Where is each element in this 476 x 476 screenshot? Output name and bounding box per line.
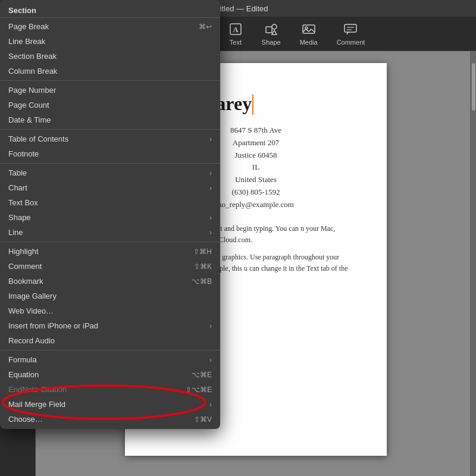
media-icon <box>302 22 316 36</box>
menu-item-section-break[interactable]: Section Break <box>0 49 220 64</box>
toolbar-media[interactable]: Media <box>290 18 327 49</box>
svg-rect-16 <box>345 24 356 32</box>
menu-item-formula[interactable]: Formula › <box>0 352 220 367</box>
menu-separator-5 <box>0 350 220 350</box>
menu-item-endnote: EndNote Citation ⇧⌥⌘E <box>0 382 220 397</box>
menu-item-bookmark[interactable]: Bookmark ⌥⌘B <box>0 274 220 289</box>
svg-point-12 <box>272 24 277 29</box>
menu-shortcut: ⇧⌘V <box>194 415 212 424</box>
menu-item-label: Record Audio <box>8 336 55 345</box>
menu-item-label: Page Break <box>8 22 49 31</box>
svg-text:A: A <box>233 25 239 34</box>
toolbar-shape-label: Shape <box>262 39 281 46</box>
menu-item-label: Line <box>8 228 23 237</box>
menu-item-column-break[interactable]: Column Break <box>0 64 220 79</box>
menu-item-label: Comment <box>8 262 42 271</box>
toolbar-media-label: Media <box>300 39 318 46</box>
text-cursor <box>252 95 253 115</box>
menu-shortcut: ⇧⌘H <box>193 248 212 256</box>
menu-item-mail-merge[interactable]: Mail Merge Field › <box>0 397 220 412</box>
toolbar-shape[interactable]: Shape <box>252 18 290 49</box>
menu-separator-3 <box>0 163 220 164</box>
menu-item-label: Page Count <box>8 101 49 109</box>
menu-item-label: Image Gallery <box>8 292 57 300</box>
menu-item-equation[interactable]: Equation ⌥⌘E <box>0 367 220 382</box>
menu-item-label: Table of Contents <box>8 134 68 143</box>
menu-item-label: Text Box <box>8 198 38 207</box>
menu-shortcut: ⌥⌘B <box>192 277 212 286</box>
menu-item-label: Mail Merge Field <box>8 400 65 409</box>
menu-item-chart[interactable]: Chart › <box>0 180 220 195</box>
menu-item-label: Choose… <box>8 415 43 424</box>
menu-item-label: Column Break <box>8 67 57 76</box>
menu-separator-2 <box>0 129 220 130</box>
menu-item-footnote[interactable]: Footnote <box>0 146 220 161</box>
menu-item-label: Insert from iPhone or iPad <box>8 321 98 330</box>
submenu-arrow: › <box>209 322 212 330</box>
menu-item-insert-iphone[interactable]: Insert from iPhone or iPad › <box>0 318 220 333</box>
submenu-arrow: › <box>209 184 212 192</box>
text-icon: A <box>228 22 243 36</box>
submenu-arrow: › <box>209 169 212 177</box>
toolbar-comment[interactable]: Comment <box>327 18 375 49</box>
toolbar-text-label: Text <box>230 39 242 46</box>
menu-item-label: EndNote Citation <box>8 385 67 394</box>
submenu-arrow: › <box>209 228 212 237</box>
menu-item-label: Chart <box>8 183 27 192</box>
shape-icon <box>264 22 278 36</box>
menu-shortcut: ⇧⌘K <box>194 262 212 271</box>
menu-item-label: Section Break <box>8 52 57 61</box>
menu-item-label: Page Number <box>8 86 56 95</box>
toolbar-text[interactable]: A Text <box>219 18 252 49</box>
menu-item-choose[interactable]: Choose… ⇧⌘V <box>0 412 220 427</box>
menu-item-label: Bookmark <box>8 277 43 286</box>
toolbar-comment-label: Comment <box>337 39 365 46</box>
submenu-arrow: › <box>209 214 212 222</box>
menu-item-line[interactable]: Line › <box>0 225 220 240</box>
scrollbar-thumb[interactable] <box>472 63 475 111</box>
menu-item-label: Footnote <box>8 149 39 158</box>
menu-item-table[interactable]: Table › <box>0 165 220 180</box>
menu-item-web-video[interactable]: Web Video… <box>0 303 220 318</box>
menu-item-page-count[interactable]: Page Count <box>0 98 220 112</box>
menu-item-label: Formula <box>8 355 37 364</box>
menu-item-highlight[interactable]: Highlight ⇧⌘H <box>0 244 220 259</box>
menu-item-page-break[interactable]: Page Break ⌘↩ <box>0 19 220 34</box>
menu-shortcut: ⌘↩ <box>199 23 212 31</box>
menu-item-line-break[interactable]: Line Break <box>0 34 220 49</box>
menu-item-date-time[interactable]: Date & Time <box>0 112 220 127</box>
menu-shortcut: ⇧⌥⌘E <box>186 386 212 394</box>
submenu-arrow: › <box>209 400 212 409</box>
menu-item-image-gallery[interactable]: Image Gallery <box>0 289 220 303</box>
menu-separator-4 <box>0 242 220 242</box>
menu-item-label: Line Break <box>8 37 45 46</box>
menu-item-shape[interactable]: Shape › <box>0 210 220 225</box>
menu-item-page-number[interactable]: Page Number <box>0 83 220 98</box>
menu-shortcut: ⌥⌘E <box>192 371 212 379</box>
menu-item-label: Date & Time <box>8 115 51 124</box>
submenu-arrow: › <box>209 356 212 364</box>
submenu-arrow: › <box>209 135 212 143</box>
menu-item-label: Equation <box>8 370 39 379</box>
menu-item-label: Highlight <box>8 247 39 256</box>
menu-item-text-box[interactable]: Text Box <box>0 195 220 210</box>
menu-item-label: Table <box>8 168 27 177</box>
menu-separator <box>0 80 220 81</box>
scrollbar[interactable] <box>470 51 476 476</box>
menu-item-label: Web Video… <box>8 306 54 315</box>
menu-item-record-audio[interactable]: Record Audio <box>0 333 220 348</box>
comment-icon <box>343 22 358 36</box>
menu-item-toc[interactable]: Table of Contents › <box>0 131 220 146</box>
dropdown-menu: Section Page Break ⌘↩ Line Break Section… <box>0 0 220 429</box>
svg-marker-13 <box>272 30 277 35</box>
menu-item-comment[interactable]: Comment ⇧⌘K <box>0 259 220 274</box>
svg-rect-11 <box>266 27 272 33</box>
menu-header: Section <box>0 2 220 18</box>
menu-item-label: Shape <box>8 213 31 222</box>
